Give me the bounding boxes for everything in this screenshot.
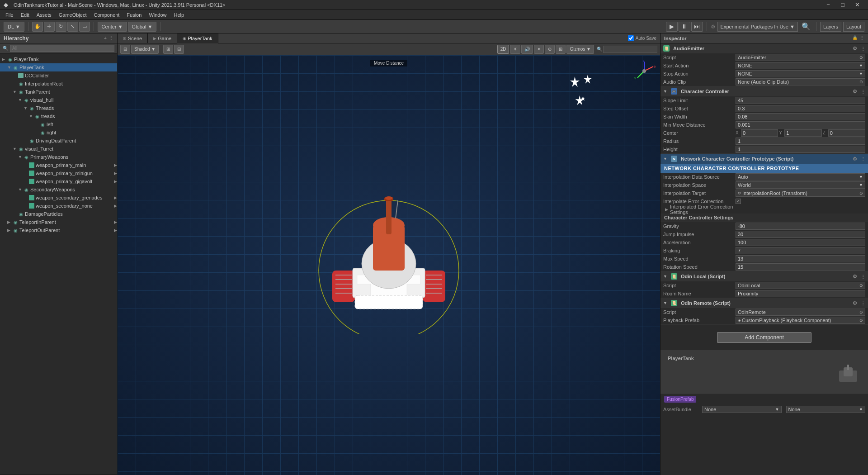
menu-edit[interactable]: Edit	[17, 11, 33, 19]
tree-item-teleportin[interactable]: ▶ ◉ TeleportInParent ▶	[0, 218, 117, 226]
tree-item-secondaryweapons[interactable]: ▼ ◉ SecondaryWeapons	[0, 185, 117, 194]
menu-window[interactable]: Window	[145, 11, 170, 19]
inspector-menu-icon[interactable]: ⋮	[859, 35, 864, 41]
maximize-button[interactable]: □	[835, 0, 850, 10]
section-toggle-icon[interactable]: ▼	[663, 274, 667, 279]
layers-dropdown[interactable]: Layers	[820, 22, 841, 32]
section-collapse-icon[interactable]: ▼	[663, 89, 667, 94]
rotate-tool[interactable]: ↻	[56, 22, 66, 32]
settings-gear-icon[interactable]: ⚙	[853, 46, 857, 52]
obj-selector-icon[interactable]: ⊙	[859, 55, 863, 60]
tree-item-left[interactable]: ▶ ◉ left	[0, 120, 117, 128]
interp-source-value[interactable]: Auto ▼	[736, 173, 865, 180]
skin-width-value[interactable]: 0.08	[736, 113, 865, 120]
lock-icon[interactable]: 🔒	[852, 35, 858, 41]
network-cc-gear-icon[interactable]: ⚙	[853, 156, 857, 162]
radius-value[interactable]: 1	[736, 138, 865, 145]
tree-item-damageparticles[interactable]: ▶ ◉ DamageParticles	[0, 210, 117, 218]
obj-selector-icon[interactable]: ⊙	[859, 310, 863, 314]
obj-selector-icon[interactable]: ⊙	[859, 318, 863, 323]
tree-item-playertank[interactable]: ▼ ◉ PlayerTank	[0, 63, 117, 71]
tree-item-wsecondary1[interactable]: ▶ ◆ weapon_secondary_grenades ▶	[0, 194, 117, 202]
autosave-toggle[interactable]: Auto Save	[624, 35, 660, 41]
jump-impulse-value[interactable]: 30	[736, 231, 865, 238]
min-move-dist-value[interactable]: 0.001	[736, 121, 865, 128]
grid-btn[interactable]: ⊞	[163, 45, 173, 54]
tree-item-wsecondary2[interactable]: ▶ ◆ weapon_secondary_none ▶	[0, 202, 117, 210]
window-controls[interactable]: − □ ✕	[821, 0, 864, 10]
autosave-checkbox[interactable]	[628, 35, 634, 41]
collapse-icon[interactable]: ▶	[665, 207, 668, 212]
tree-item-primaryweapons[interactable]: ▼ ◉ PrimaryWeapons	[0, 153, 117, 161]
odin-local-header[interactable]: ▼ 📜 Odin Local (Script) ⚙ ⋮	[660, 271, 868, 281]
hierarchy-search-input[interactable]	[10, 45, 114, 52]
audio-clip-value[interactable]: None (Audio Clip Data) ⊙	[736, 78, 865, 86]
center-x[interactable]: 0	[741, 129, 778, 137]
obj-selector-icon[interactable]: ⊙	[859, 80, 863, 84]
odin-remote-context-icon[interactable]: ⋮	[861, 301, 865, 306]
tree-item-visualturret[interactable]: ▼ ◉ visual_Turret	[0, 145, 117, 153]
interp-space-value[interactable]: World ▼	[736, 181, 865, 189]
assetbundle-value1[interactable]: None ▼	[702, 406, 782, 413]
pivot-button[interactable]: Center ▼	[98, 22, 127, 32]
expand-arrow[interactable]: ▶	[114, 204, 117, 208]
tree-item-treads[interactable]: ▼ ◉ treads	[0, 112, 117, 120]
start-action-value[interactable]: NONE ▼	[736, 62, 865, 69]
acceleration-value[interactable]: 100	[736, 239, 865, 246]
play-button[interactable]: ▶	[666, 22, 678, 32]
center-y[interactable]: 1	[784, 129, 821, 137]
odin-local-context-icon[interactable]: ⋮	[861, 274, 865, 279]
step-offset-value[interactable]: 0.3	[736, 105, 865, 112]
braking-value[interactable]: 7	[736, 247, 865, 254]
menu-help[interactable]: Help	[170, 11, 188, 19]
char-ctrl-header[interactable]: ▼ 🎮 Character Controller ⚙ ⋮	[660, 86, 868, 96]
rect-tool[interactable]: ▭	[79, 22, 90, 32]
max-speed-value[interactable]: 13	[736, 255, 865, 262]
script-value[interactable]: AudioEmitter ⊙	[736, 54, 865, 61]
network-cc-header[interactable]: ▼ N Network Character Controller Prototy…	[660, 154, 868, 164]
tree-item-wprimary1[interactable]: ▶ ◆ weapon_primary_main ▶	[0, 161, 117, 169]
draw-mode-btn[interactable]: Shaded ▼	[131, 45, 159, 54]
dl-button[interactable]: DL ▼	[4, 22, 24, 32]
expand-arrow[interactable]: ▶	[114, 179, 117, 184]
tree-item-right[interactable]: ▶ ◉ right	[0, 128, 117, 137]
stop-action-value[interactable]: NONE ▼	[736, 70, 865, 77]
hierarchy-add-icon[interactable]: +	[104, 35, 107, 41]
add-component-button[interactable]: Add Component	[717, 332, 811, 343]
tree-item-tankparent[interactable]: ▼ ◉ TankParent	[0, 88, 117, 96]
grid-toggle-btn[interactable]: ⊞	[556, 45, 566, 54]
tree-item-visualhull[interactable]: ▼ ◉ visual_hull	[0, 96, 117, 104]
close-button[interactable]: ✕	[850, 0, 864, 10]
room-name-value[interactable]: Proximity	[736, 290, 865, 297]
menu-file[interactable]: File	[2, 11, 17, 19]
rotation-speed-value[interactable]: 15	[736, 263, 865, 271]
section-toggle-icon[interactable]: ▼	[663, 157, 667, 161]
obj-selector-icon[interactable]: ⊙	[859, 283, 863, 288]
tree-item-dustparent[interactable]: ▶ ◉ DrivingDustParent	[0, 137, 117, 145]
game-tab[interactable]: ▶ Game	[148, 33, 177, 43]
assetbundle-value2[interactable]: None ▼	[786, 406, 866, 413]
menu-gameobject[interactable]: GameObject	[55, 11, 90, 19]
hidden-btn[interactable]: ⊙	[545, 45, 555, 54]
layout-dropdown[interactable]: Layout	[843, 22, 864, 32]
interp-target-value[interactable]: ⟳ InterpolationRoot (Transform) ⊙	[736, 190, 865, 197]
gizmo-button[interactable]: ⊟	[120, 45, 130, 54]
gravity-value[interactable]: -80	[736, 223, 865, 230]
search-icon[interactable]: 🔍	[802, 22, 811, 31]
expand-arrow[interactable]: ▶	[114, 171, 117, 176]
slope-limit-value[interactable]: 45	[736, 97, 865, 104]
interp-error-checkbox[interactable]: ✓	[736, 199, 741, 204]
global-button[interactable]: Global ▼	[128, 22, 157, 32]
pause-button[interactable]: ⏸	[679, 22, 690, 32]
playback-prefab-value[interactable]: ◈ CustomPlayback (Playback Component) ⊙	[736, 317, 865, 324]
odin-remote-gear-icon[interactable]: ⚙	[853, 300, 857, 306]
step-button[interactable]: ⏭	[691, 22, 703, 32]
expand-arrow[interactable]: ▶	[114, 195, 117, 200]
network-cc-context-icon[interactable]: ⋮	[861, 157, 865, 162]
odin-local-script-value[interactable]: OdinLocal ⊙	[736, 282, 865, 289]
tree-item-interpolationroot[interactable]: ▶ ◉ InterpolationRoot	[0, 80, 117, 88]
tree-item-threads[interactable]: ▼ ◉ Threads	[0, 104, 117, 112]
playertank-tab[interactable]: ◉ PlayerTank	[177, 33, 218, 43]
tree-item-teleportout[interactable]: ▶ ◉ TeleportOutParent ▶	[0, 226, 117, 234]
expand-arrow[interactable]: ▶	[114, 163, 117, 167]
